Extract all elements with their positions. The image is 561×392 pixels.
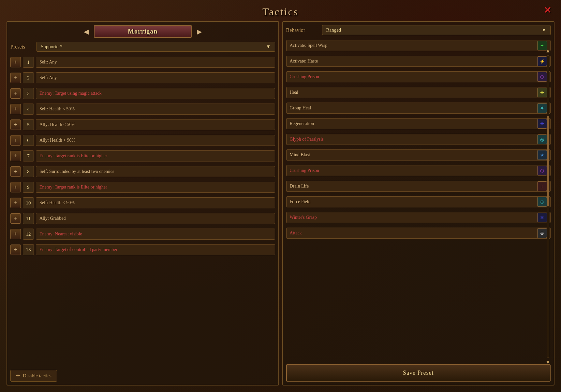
add-tactic-button-6[interactable]: + [10,151,21,161]
action-text-9: Drain Life [290,184,309,189]
scroll-track[interactable] [547,55,549,358]
action-box-1[interactable]: Activate: Haste ⚡ [286,56,551,67]
scroll-up-button[interactable]: ▲ [545,48,551,54]
add-tactic-button-0[interactable]: + [10,57,21,67]
row-number-6: 7 [23,150,34,161]
tactic-row-left: + 9 Enemy: Target rank is Elite or highe… [10,180,275,194]
row-number-5: 6 [23,135,34,146]
scroll-down-button[interactable]: ▼ [545,359,551,365]
add-tactic-button-9[interactable]: + [10,198,21,208]
tactic-row-right: Force Field ⊕ [286,195,551,209]
close-button[interactable]: ✕ [544,5,551,16]
char-next-button[interactable]: ▶ [194,27,204,36]
behavior-dropdown[interactable]: Ranged ▼ [322,25,551,35]
condition-box-11[interactable]: Enemy: Nearest visible [36,229,275,240]
add-tactic-button-10[interactable]: + [10,213,21,224]
title-bar: Tactics ✕ [0,0,561,21]
row-number-10: 11 [23,213,34,224]
add-tactic-button-4[interactable]: + [10,119,21,130]
condition-text-1: Self: Any [39,75,57,80]
condition-text-10: Ally: Grabbed [39,216,66,221]
action-box-10[interactable]: Force Field ⊕ [286,196,551,207]
condition-box-7[interactable]: Self: Surrounded by at least two enemies [36,166,275,177]
condition-text-4: Ally: Health < 50% [39,122,75,127]
add-tactic-button-3[interactable]: + [10,104,21,114]
condition-box-10[interactable]: Ally: Grabbed [36,213,275,224]
add-tactic-button-1[interactable]: + [10,73,21,83]
char-prev-button[interactable]: ◀ [81,27,91,36]
tactic-row-left: + 10 Self: Health < 90% [10,196,275,210]
tactic-row-left: + 11 Ally: Grabbed [10,211,275,226]
character-name[interactable]: Morrigan [94,25,192,38]
scroll-thumb [547,116,549,207]
condition-text-0: Self: Any [39,60,57,65]
tactic-row-right: Drain Life ↓ [286,179,551,193]
action-text-12: Attack [290,231,302,236]
bottom-right: Save Preset [286,364,551,382]
presets-dropdown[interactable]: Supporter* ▼ [37,42,275,52]
add-tactic-button-8[interactable]: + [10,182,21,192]
action-text-0: Activate: Spell Wisp [290,43,328,48]
action-box-5[interactable]: Regeneration ✚ [286,118,551,129]
character-selector: ◀ Morrigan ▶ [10,25,275,38]
add-tactic-button-5[interactable]: + [10,135,21,146]
disable-label: Disable tactics [23,373,52,379]
action-box-6[interactable]: Glyph of Paralysis ◎ [286,134,551,145]
condition-box-3[interactable]: Self: Health < 50% [36,104,275,115]
presets-arrow: ▼ [266,44,271,49]
behavior-label: Behavior [286,27,319,33]
condition-box-2[interactable]: Enemy: Target using magic attack [36,88,275,99]
action-box-12[interactable]: Attack ⊕ [286,228,551,239]
action-box-8[interactable]: Crushing Prison ⬡ [286,165,551,176]
action-text-10: Force Field [290,199,311,204]
condition-text-5: Ally: Health < 90% [39,138,75,143]
condition-box-0[interactable]: Self: Any [36,57,275,68]
condition-box-1[interactable]: Self: Any [36,72,275,83]
tactic-row-left: + 4 Self: Health < 50% [10,102,275,116]
condition-box-6[interactable]: Enemy: Target rank is Elite or higher [36,150,275,161]
action-text-1: Activate: Haste [290,59,318,64]
action-text-8: Crushing Prison [290,168,319,173]
add-tactic-button-2[interactable]: + [10,88,21,99]
tactic-row-right: Winter's Grasp ❄ [286,210,551,225]
action-box-3[interactable]: Heal ✚ [286,87,551,98]
action-box-4[interactable]: Group Heal ❋ [286,103,551,114]
condition-box-12[interactable]: Enemy: Target of controlled party member [36,244,275,255]
condition-box-4[interactable]: Ally: Health < 50% [36,119,275,130]
tactic-row-right: Regeneration ✚ [286,117,551,131]
action-box-9[interactable]: Drain Life ↓ [286,181,551,192]
disable-tactics-button[interactable]: ✛ Disable tactics [10,370,57,382]
row-number-7: 8 [23,166,34,177]
row-number-11: 12 [23,229,34,240]
condition-box-8[interactable]: Enemy: Target rank is Elite or higher [36,182,275,193]
row-number-1: 2 [23,72,34,83]
save-preset-button[interactable]: Save Preset [286,364,551,382]
presets-value: Supporter* [41,44,63,49]
behavior-arrow: ▼ [541,27,546,33]
tactic-row-left: + 12 Enemy: Nearest visible [10,227,275,241]
disable-icon: ✛ [16,373,20,379]
add-tactic-button-12[interactable]: + [10,245,21,255]
tactic-row-right: Activate: Spell Wisp ✦ [286,38,551,53]
condition-box-9[interactable]: Self: Health < 90% [36,197,275,208]
action-box-7[interactable]: Mind Blast ★ [286,149,551,161]
tactic-row-right: Mind Blast ★ [286,148,551,162]
tactic-row-left: + 6 Ally: Health < 90% [10,133,275,147]
add-tactic-button-7[interactable]: + [10,166,21,177]
add-tactic-button-11[interactable]: + [10,229,21,239]
action-text-5: Regeneration [290,121,314,126]
scrollbar[interactable]: ▲ ▼ [545,48,551,365]
tactics-list-left: + 1 Self: Any + 2 Self: Any + 3 Enemy: T… [10,55,275,367]
action-text-4: Group Heal [290,105,311,111]
behavior-value: Ranged [326,27,341,33]
action-box-0[interactable]: Activate: Spell Wisp ✦ [286,40,551,51]
row-number-8: 9 [23,182,34,193]
condition-text-6: Enemy: Target rank is Elite or higher [39,153,107,159]
action-box-2[interactable]: Crushing Prison ⬡ [286,71,551,82]
tactic-row-right: Crushing Prison ⬡ [286,70,551,84]
action-box-11[interactable]: Winter's Grasp ❄ [286,212,551,223]
tactic-row-left: + 2 Self: Any [10,71,275,85]
tactic-row-left: + 13 Enemy: Target of controlled party m… [10,243,275,257]
condition-box-5[interactable]: Ally: Health < 90% [36,135,275,146]
action-text-2: Crushing Prison [290,74,319,79]
